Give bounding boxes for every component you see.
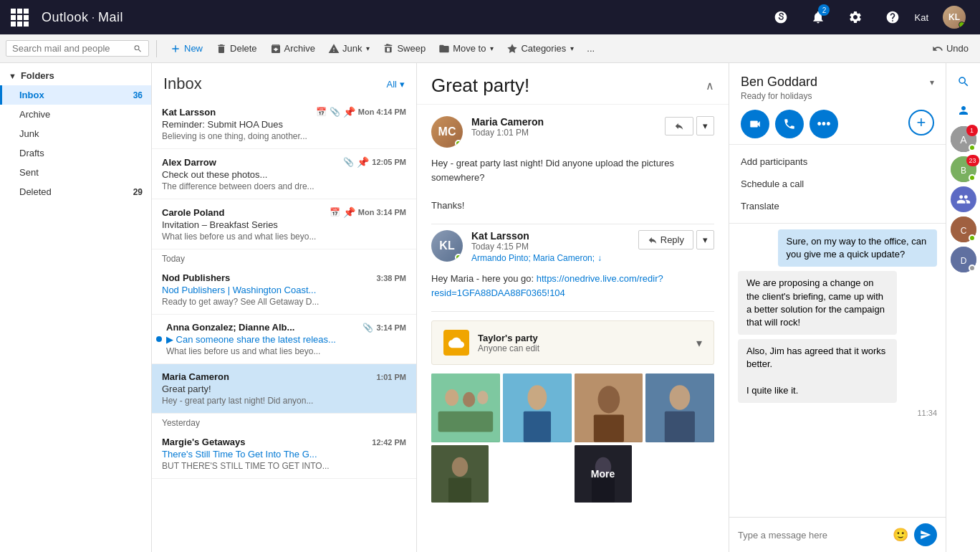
email-item-maria-cameron[interactable]: Maria Cameron 1:01 PM Great party! Hey -… <box>152 364 416 414</box>
skype-contact-3[interactable]: C <box>951 216 976 242</box>
reply-button[interactable]: Reply <box>638 230 693 249</box>
email-item-kat-larsson[interactable]: Kat Larsson 📅 📎 📌 Mon 4:14 PM Reminder: … <box>152 99 416 149</box>
skype-contact-2[interactable]: B 23 <box>951 156 976 182</box>
translate-item[interactable]: Translate <box>729 195 946 217</box>
message-time: Today 4:15 PM <box>471 242 630 252</box>
top-bar: Outlook·Mail 2 Kat KL <box>0 0 980 34</box>
expand-recipients[interactable]: ↓ <box>597 253 602 263</box>
archive-button[interactable]: Archive <box>264 40 321 57</box>
email-content: Great party! ∧ MC Maria Cameron Today 1:… <box>417 63 729 552</box>
sidebar-item-deleted[interactable]: Deleted 29 <box>0 182 151 201</box>
contact-chevron[interactable]: ▾ <box>930 77 934 87</box>
onedrive-link[interactable]: https://onedrive.live.com/redir?resid=1G… <box>431 273 663 298</box>
skype-button[interactable] <box>765 0 797 34</box>
contact-header: Ben Goddard ▾ Ready for holidays ••• + <box>729 63 946 145</box>
folders-header[interactable]: ▼ Folders <box>0 63 151 85</box>
svg-point-6 <box>527 385 547 409</box>
calendar-icon: 📅 <box>330 207 340 217</box>
skype-search-button[interactable] <box>951 69 976 95</box>
svg-point-15 <box>452 457 468 477</box>
photo-thumb-5[interactable] <box>431 445 489 503</box>
svg-rect-4 <box>438 411 494 432</box>
sidebar-item-inbox[interactable]: Inbox 36 <box>0 85 151 105</box>
settings-button[interactable] <box>840 0 871 34</box>
reply-split-button[interactable] <box>665 117 693 135</box>
skype-contact-4[interactable]: D <box>951 247 976 272</box>
calendar-icon: 📅 <box>316 107 327 117</box>
new-button[interactable]: New <box>164 40 208 57</box>
user-name-label: Kat <box>914 12 928 23</box>
skype-contact-1[interactable]: A 1 <box>951 126 976 152</box>
pin-icon: 📌 <box>343 206 355 218</box>
skype-people-button[interactable] <box>951 97 976 123</box>
email-item-alex-darrow[interactable]: Alex Darrow 📎 📌 12:05 PM Check out these… <box>152 149 416 199</box>
photo-thumb-2[interactable] <box>503 373 572 442</box>
chat-input[interactable] <box>738 530 887 541</box>
schedule-call-item[interactable]: Schedule a call <box>729 173 946 195</box>
help-button[interactable] <box>877 0 908 34</box>
delete-button[interactable]: Delete <box>210 40 263 57</box>
move-to-button[interactable]: Move to ▾ <box>433 40 499 57</box>
email-item-carole-poland[interactable]: Carole Poland 📅 📌 Mon 3:14 PM Invitation… <box>152 199 416 249</box>
search-box[interactable] <box>6 40 149 57</box>
email-item-nod-publishers[interactable]: Nod Publishers 3:38 PM Nod Publishers | … <box>152 265 416 315</box>
reply-more-button-2[interactable]: ▾ <box>696 230 714 249</box>
user-avatar[interactable]: KL <box>937 0 971 34</box>
reply-more-button[interactable]: ▾ <box>696 116 714 135</box>
onedrive-chevron[interactable]: ▾ <box>696 336 702 350</box>
collapse-button[interactable]: ∧ <box>706 79 714 92</box>
attachment-icon: 📎 <box>362 323 373 333</box>
notifications-button[interactable]: 2 <box>802 0 834 34</box>
sidebar-item-archive[interactable]: Archive <box>0 105 151 124</box>
add-button[interactable]: + <box>908 110 934 135</box>
email-message-kat: KL Kat Larsson Today 4:15 PM Armando Pin… <box>431 230 714 312</box>
message-text-kat: Hey Maria - here you go: https://onedriv… <box>431 272 714 300</box>
email-item-margies-getaways[interactable]: Margie's Getaways 12:42 PM There's Still… <box>152 429 416 479</box>
sweep-button[interactable]: Sweep <box>377 40 431 57</box>
filter-all[interactable]: All ▾ <box>387 79 405 90</box>
add-participants-item[interactable]: Add participants <box>729 151 946 173</box>
undo-button[interactable]: Undo <box>926 40 974 57</box>
email-item-anna-gonzalez[interactable]: Anna Gonzalez; Dianne Alb... 📎 3:14 PM ▶… <box>152 315 416 364</box>
send-button[interactable] <box>914 523 937 546</box>
contact-menu: Add participants Schedule a call Transla… <box>729 145 946 224</box>
email-title: Great party! <box>431 75 706 97</box>
onedrive-card[interactable]: Taylor's party Anyone can edit ▾ <box>431 320 714 365</box>
onedrive-icon <box>443 330 469 356</box>
sender-name: Maria Cameron <box>471 116 656 128</box>
chat-area: Sure, on my way to the office, can you g… <box>729 224 946 552</box>
photo-row2: More <box>431 445 714 503</box>
sidebar: ▼ Folders Inbox 36 Archive Junk Drafts S… <box>0 63 152 552</box>
email-list-header: Inbox All ▾ <box>152 63 416 99</box>
app-title: Outlook·Mail <box>42 10 123 25</box>
notifications-badge: 2 <box>818 4 830 16</box>
waffle-menu[interactable] <box>9 6 30 28</box>
more-options-button[interactable]: ... <box>581 40 600 57</box>
message-text: Hey - great party last night! Did anyone… <box>431 156 714 212</box>
search-input[interactable] <box>12 43 130 54</box>
chat-messages: Sure, on my way to the office, can you g… <box>729 224 946 517</box>
email-message-maria: MC Maria Cameron Today 1:01 PM ▾ <box>431 116 714 224</box>
emoji-button[interactable]: 🙂 <box>893 527 908 543</box>
skype-group[interactable] <box>951 186 976 212</box>
svg-text:A: A <box>960 134 967 146</box>
svg-point-3 <box>477 391 488 404</box>
svg-text:C: C <box>960 226 966 236</box>
photo-thumb-3[interactable] <box>575 373 643 442</box>
svg-text:D: D <box>960 256 966 266</box>
email-list: Inbox All ▾ Kat Larsson 📅 📎 📌 Mon 4:14 P… <box>152 63 417 552</box>
photo-thumb-1[interactable] <box>431 373 500 442</box>
phone-call-button[interactable] <box>775 110 804 138</box>
more-contact-actions-button[interactable]: ••• <box>810 110 838 138</box>
chat-bubble-incoming-2: Also, Jim has agreed that it works bette… <box>738 339 897 403</box>
photo-thumb-4[interactable] <box>645 373 714 442</box>
svg-rect-13 <box>665 411 695 442</box>
sidebar-item-junk[interactable]: Junk <box>0 124 151 143</box>
junk-button[interactable]: Junk ▾ <box>322 40 375 57</box>
photo-thumb-more[interactable]: More <box>575 445 632 503</box>
sidebar-item-sent[interactable]: Sent <box>0 163 151 182</box>
sidebar-item-drafts[interactable]: Drafts <box>0 143 151 163</box>
video-call-button[interactable] <box>741 110 769 138</box>
categories-button[interactable]: Categories ▾ <box>501 40 580 57</box>
right-panel: Ben Goddard ▾ Ready for holidays ••• + A <box>729 63 946 552</box>
